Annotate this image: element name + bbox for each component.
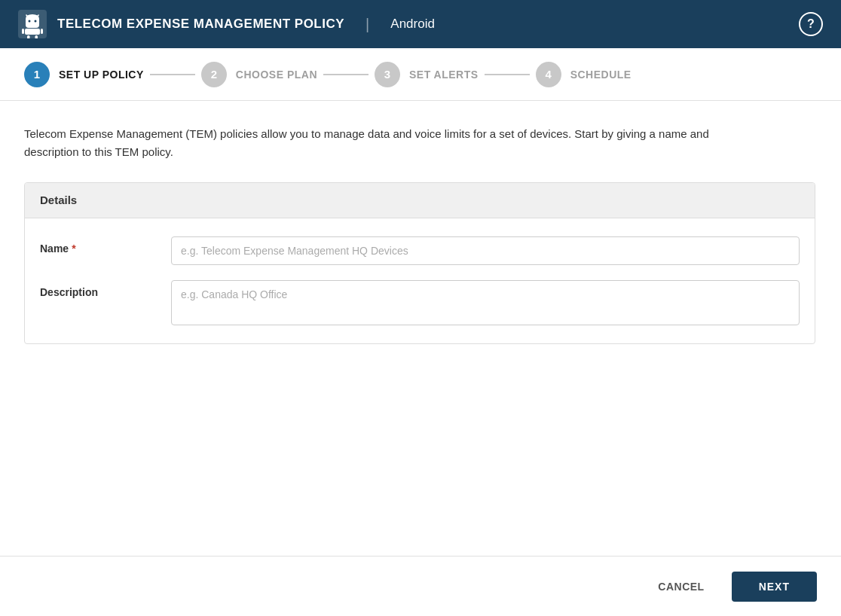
connector-1-2 — [150, 74, 195, 75]
step-1-circle: 1 — [24, 62, 50, 87]
description-input[interactable] — [171, 280, 800, 325]
step-1-label: SET UP POLICY — [59, 69, 144, 81]
header-title: TELECOM EXPENSE MANAGEMENT POLICY — [57, 17, 344, 32]
connector-2-3 — [323, 74, 369, 75]
step-3-label: SET ALERTS — [409, 69, 479, 81]
header-left: TELECOM EXPENSE MANAGEMENT POLICY | Andr… — [18, 10, 435, 38]
step-2: 2 CHOOSE PLAN — [201, 62, 317, 87]
cancel-button[interactable]: CANCEL — [640, 573, 722, 600]
help-icon[interactable]: ? — [799, 12, 823, 36]
footer: CANCEL NEXT — [0, 556, 841, 616]
description-label: Description — [40, 280, 153, 298]
step-2-circle: 2 — [201, 62, 227, 87]
svg-rect-7 — [41, 29, 43, 34]
svg-rect-8 — [27, 35, 30, 38]
svg-point-4 — [35, 20, 37, 23]
header-subtitle: Android — [390, 17, 435, 32]
step-4-label: SCHEDULE — [570, 69, 632, 81]
app-header: TELECOM EXPENSE MANAGEMENT POLICY | Andr… — [0, 0, 841, 48]
name-input[interactable] — [171, 236, 800, 265]
step-1: 1 SET UP POLICY — [24, 62, 144, 87]
intro-description: Telecom Expense Management (TEM) policie… — [24, 125, 763, 161]
name-label: Name* — [40, 236, 153, 255]
details-header-text: Details — [40, 194, 77, 206]
name-field-row: Name* — [40, 236, 800, 265]
step-4: 4 SCHEDULE — [536, 62, 632, 87]
step-2-label: CHOOSE PLAN — [236, 69, 317, 81]
details-card: Details Name* Description — [24, 182, 815, 344]
required-star: * — [72, 242, 75, 255]
svg-rect-6 — [22, 29, 24, 34]
details-card-body: Name* Description — [25, 218, 815, 343]
step-4-circle: 4 — [536, 62, 561, 87]
main-content: Telecom Expense Management (TEM) policie… — [0, 101, 841, 556]
next-button[interactable]: NEXT — [732, 572, 817, 602]
android-icon — [18, 10, 47, 38]
svg-rect-5 — [25, 29, 40, 35]
svg-rect-9 — [35, 35, 38, 38]
stepper: 1 SET UP POLICY 2 CHOOSE PLAN 3 SET ALER… — [0, 48, 841, 101]
details-card-header: Details — [25, 183, 815, 218]
connector-3-4 — [485, 74, 530, 75]
header-divider: | — [365, 16, 369, 33]
svg-point-3 — [29, 20, 31, 23]
step-3: 3 SET ALERTS — [375, 62, 479, 87]
step-3-circle: 3 — [375, 62, 400, 87]
description-field-row: Description — [40, 280, 800, 325]
